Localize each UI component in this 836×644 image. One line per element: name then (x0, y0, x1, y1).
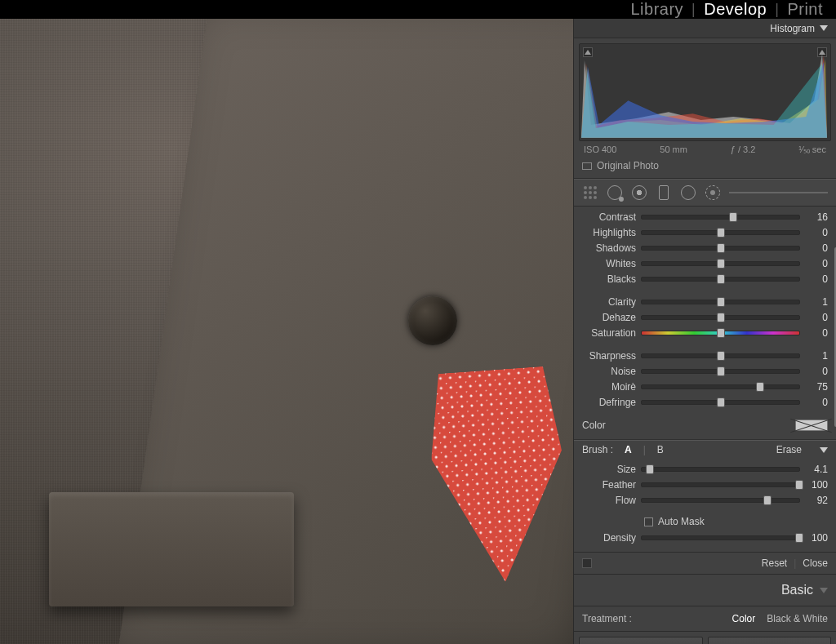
slider-thumb[interactable] (717, 259, 725, 269)
slider-value[interactable]: 0 (805, 397, 828, 408)
slider-thumb[interactable] (795, 533, 803, 543)
auto-mask-toggle[interactable]: Auto Mask (574, 514, 836, 531)
tab-develop[interactable]: Develop (704, 0, 767, 19)
slider-value[interactable]: 92 (805, 495, 828, 506)
slider-thumb[interactable] (717, 366, 725, 376)
slider-contrast[interactable]: Contrast 16 (582, 210, 828, 224)
image-canvas[interactable] (0, 19, 573, 644)
checkbox-icon[interactable] (644, 517, 653, 526)
brush-reset[interactable]: Reset (762, 557, 787, 569)
slider-value[interactable]: 1 (805, 296, 828, 308)
tab-print[interactable]: Print (787, 0, 823, 19)
brush-tab-b[interactable]: B (657, 444, 664, 455)
previous-button[interactable]: Previous (579, 637, 703, 644)
slider-track[interactable] (641, 331, 800, 335)
slider-defringe[interactable]: Defringe 0 (582, 395, 828, 410)
slider-track[interactable] (641, 300, 800, 304)
exif-meta: ISO 400 50 mm ƒ / 3.2 ¹⁄₅₀ sec (574, 144, 836, 155)
slider-thumb[interactable] (763, 495, 772, 505)
slider-track[interactable] (641, 315, 800, 320)
slider-value[interactable]: 0 (805, 258, 828, 269)
brush-erase[interactable]: Erase (776, 444, 802, 455)
brush-tab-a[interactable]: A (625, 444, 632, 455)
slider-value[interactable]: 0 (805, 312, 828, 323)
slider-thumb[interactable] (756, 382, 764, 392)
histogram-header[interactable]: Histogram (574, 19, 836, 38)
slider-track[interactable] (641, 261, 800, 266)
slider-value[interactable]: 16 (805, 211, 828, 223)
slider-thumb[interactable] (717, 274, 725, 284)
toggle-pins-icon[interactable] (582, 558, 592, 568)
slider-track[interactable] (641, 535, 800, 540)
tab-divider: | (775, 1, 779, 18)
slider-value[interactable]: 0 (805, 366, 828, 377)
slider-thumb[interactable] (717, 328, 725, 338)
slider-track[interactable] (641, 230, 800, 235)
slider-thumb[interactable] (717, 313, 725, 322)
slider-value[interactable]: 0 (805, 227, 828, 238)
slider-track[interactable] (641, 215, 800, 220)
slider-value[interactable]: 75 (805, 381, 828, 393)
slider-track[interactable] (641, 246, 800, 251)
crop-tool-icon[interactable] (582, 184, 598, 201)
exposure-slider[interactable] (729, 192, 828, 193)
slider-label: Feather (582, 479, 636, 491)
slider-value[interactable]: 0 (805, 327, 828, 339)
brush-tool-icon[interactable] (705, 184, 721, 201)
slider-label: Whites (582, 258, 636, 269)
slider-value[interactable]: 4.1 (805, 464, 828, 475)
slider-thumb[interactable] (717, 351, 725, 361)
slider-label: Saturation (582, 327, 636, 339)
slider-thumb[interactable] (717, 243, 725, 253)
slider-track[interactable] (641, 277, 800, 282)
radial-tool-icon[interactable] (680, 184, 696, 201)
slider-noise[interactable]: Noise 0 (582, 364, 828, 379)
slider-shadows[interactable]: Shadows 0 (582, 241, 828, 255)
slider-thumb[interactable] (717, 297, 725, 307)
slider-sharpness[interactable]: Sharpness 1 (582, 349, 828, 363)
original-photo-toggle[interactable]: Original Photo (574, 155, 836, 179)
slider-saturation[interactable]: Saturation 0 (582, 326, 828, 340)
gradient-tool-icon[interactable] (656, 184, 672, 201)
tab-library[interactable]: Library (630, 0, 683, 19)
slider-track[interactable] (641, 353, 800, 358)
reset-button[interactable]: Reset (708, 637, 832, 644)
slider-thumb[interactable] (717, 228, 725, 238)
slider-dehaze[interactable]: Dehaze 0 (582, 310, 828, 325)
redeye-tool-icon[interactable] (631, 184, 647, 201)
slider-size[interactable]: Size 4.1 (582, 462, 828, 477)
slider-moire[interactable]: Moirè 75 (582, 380, 828, 394)
slider-feather[interactable]: Feather 100 (582, 477, 828, 492)
slider-thumb[interactable] (795, 480, 803, 490)
slider-value[interactable]: 0 (805, 273, 828, 285)
slider-density[interactable]: Density 100 (582, 531, 828, 545)
slider-value[interactable]: 100 (805, 532, 828, 544)
slider-track[interactable] (641, 482, 800, 487)
slider-label: Defringe (582, 397, 636, 408)
slider-thumb[interactable] (729, 212, 737, 222)
treatment-bw[interactable]: Black & White (767, 613, 828, 624)
chevron-down-icon[interactable] (820, 447, 828, 453)
slider-whites[interactable]: Whites 0 (582, 256, 828, 271)
histogram[interactable] (579, 43, 831, 141)
slider-thumb[interactable] (646, 464, 654, 474)
slider-blacks[interactable]: Blacks 0 (582, 272, 828, 286)
slider-highlights[interactable]: Highlights 0 (582, 225, 828, 240)
slider-track[interactable] (641, 384, 800, 389)
slider-value[interactable]: 0 (805, 242, 828, 254)
slider-track[interactable] (641, 369, 800, 374)
color-swatch[interactable] (795, 420, 828, 431)
slider-value[interactable]: 100 (805, 479, 828, 491)
slider-track[interactable] (641, 467, 800, 472)
brush-close[interactable]: Close (803, 557, 828, 569)
slider-flow[interactable]: Flow 92 (582, 493, 828, 508)
slider-track[interactable] (641, 400, 800, 405)
slider-clarity[interactable]: Clarity 1 (582, 295, 828, 309)
slider-track[interactable] (641, 498, 800, 503)
slider-thumb[interactable] (717, 398, 725, 407)
treatment-color[interactable]: Color (732, 613, 756, 624)
color-label: Color (582, 420, 606, 431)
spot-tool-icon[interactable] (607, 184, 623, 201)
slider-value[interactable]: 1 (805, 350, 828, 362)
basic-panel-header[interactable]: Basic (574, 574, 836, 606)
